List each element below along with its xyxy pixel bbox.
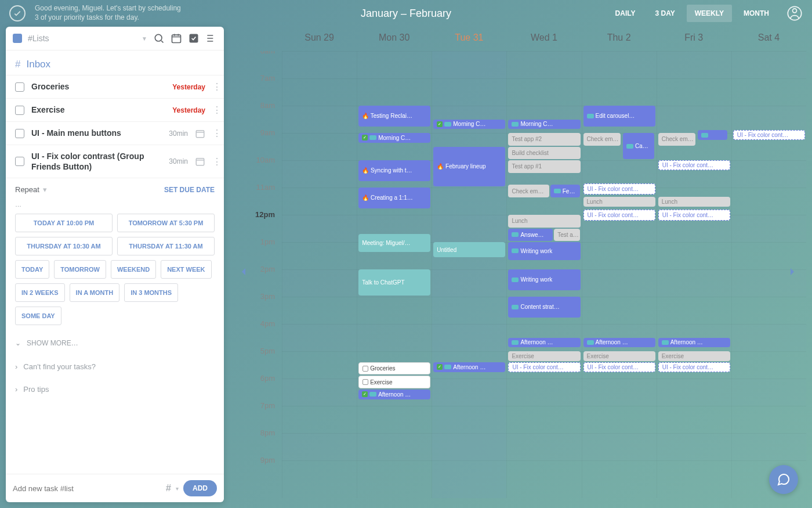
task-item[interactable]: Exercise Yesterday ⋮ bbox=[6, 98, 224, 121]
task-checkbox[interactable] bbox=[15, 82, 24, 92]
calendar-event[interactable]: Check em… bbox=[508, 185, 549, 197]
calendar-event[interactable]: Test app #2 bbox=[508, 133, 580, 146]
calendar-event[interactable]: Test app #1 bbox=[508, 160, 580, 173]
quick-date-chip[interactable]: SOME DAY bbox=[15, 307, 61, 325]
calendar-event[interactable]: UI - Fix color cont… bbox=[658, 160, 730, 170]
search-icon[interactable] bbox=[153, 33, 165, 44]
prev-week-button[interactable] bbox=[237, 265, 251, 279]
calendar-event[interactable]: Afternoon … bbox=[508, 338, 580, 348]
calendar-event[interactable]: Exercise bbox=[358, 376, 430, 388]
quick-date-chip[interactable]: IN A MONTH bbox=[70, 283, 120, 302]
view-daily-button[interactable]: DAILY bbox=[607, 5, 644, 22]
calendar-event[interactable]: Exercise bbox=[508, 351, 580, 361]
calendar-event[interactable]: Morning C… bbox=[508, 120, 580, 129]
task-item[interactable]: Groceries Yesterday ⋮ bbox=[6, 75, 224, 98]
calendar-event[interactable]: Edit carousel… bbox=[583, 106, 655, 127]
calendar-event[interactable]: Ca… bbox=[623, 133, 654, 159]
calendar-event[interactable]: Content strat… bbox=[508, 297, 580, 318]
task-checkbox[interactable] bbox=[15, 129, 24, 138]
chevron-down-icon[interactable]: ▾ bbox=[43, 185, 47, 194]
task-checkbox[interactable] bbox=[15, 106, 24, 115]
show-more-button[interactable]: ⌄ SHOW MORE… bbox=[6, 331, 224, 355]
kebab-menu-icon[interactable]: ⋮ bbox=[212, 128, 215, 139]
day-column[interactable]: Edit carousel…Check em…Ca…UI - Fix color… bbox=[582, 51, 657, 498]
calendar-event[interactable]: Groceries bbox=[358, 362, 430, 375]
calendar-event[interactable]: Lunch bbox=[508, 215, 580, 228]
calendar-event[interactable]: Writing work bbox=[508, 269, 580, 290]
calendar-event[interactable]: 🔥 Testing Reclai… bbox=[358, 106, 430, 127]
view-3day-button[interactable]: 3 DAY bbox=[647, 5, 683, 22]
calendar-event[interactable]: Writing work bbox=[508, 242, 580, 260]
calendar-event[interactable]: UI - Fix color cont… bbox=[733, 130, 805, 140]
calendar-event[interactable]: Afternoon … bbox=[583, 338, 655, 348]
task-checkbox[interactable] bbox=[15, 157, 24, 166]
calendar-event[interactable]: Meeting: Miguel/… bbox=[358, 234, 430, 252]
help-item[interactable]: ›Pro tips bbox=[6, 378, 224, 401]
calendar-event[interactable]: Test a… bbox=[554, 229, 580, 242]
quick-date-chip[interactable]: IN 3 MONTHS bbox=[124, 283, 178, 302]
task-item[interactable]: UI - Main menu buttons 30min ⋮ bbox=[6, 121, 224, 145]
add-button[interactable]: ADD bbox=[183, 480, 217, 496]
add-task-input[interactable] bbox=[13, 484, 161, 493]
help-item[interactable]: ›Can't find your tasks? bbox=[6, 355, 224, 378]
day-column[interactable]: Check em…UI - Fix color cont…LunchUI - F… bbox=[657, 51, 731, 498]
calendar-event[interactable]: 🔥 February lineup bbox=[433, 147, 505, 187]
calendar-event[interactable] bbox=[698, 130, 727, 140]
calendar-event[interactable]: Lunch bbox=[658, 197, 730, 207]
kebab-menu-icon[interactable]: ⋮ bbox=[212, 105, 215, 116]
calendar-event[interactable]: Lunch bbox=[583, 197, 655, 207]
quick-date-chip[interactable]: NEXT WEEK bbox=[161, 260, 211, 279]
repeat-label[interactable]: Repeat bbox=[15, 185, 39, 194]
kebab-menu-icon[interactable]: ⋮ bbox=[212, 81, 215, 92]
calendar-event[interactable]: Answe… bbox=[508, 229, 553, 242]
set-due-date-button[interactable]: SET DUE DATE bbox=[164, 186, 215, 194]
quick-date-chip[interactable]: TODAY bbox=[15, 260, 49, 279]
calendar-event[interactable]: UI - Fix color cont… bbox=[583, 183, 655, 194]
calendar-event[interactable]: UI - Fix color cont… bbox=[508, 362, 580, 372]
calendar-event[interactable]: Exercise bbox=[583, 351, 655, 361]
quick-date-chip[interactable]: TOMORROW AT 5:30 PM bbox=[117, 214, 215, 232]
quick-date-chip[interactable]: TODAY AT 10:00 PM bbox=[15, 214, 113, 232]
quick-date-chip[interactable]: IN 2 WEEKS bbox=[15, 283, 65, 302]
quick-date-chip[interactable]: WEEKEND bbox=[111, 260, 156, 279]
day-column[interactable]: Morning C…Test app #2Build checklistTest… bbox=[506, 51, 581, 498]
kebab-menu-icon[interactable]: ⋮ bbox=[212, 156, 215, 167]
calendar-icon[interactable] bbox=[171, 33, 182, 44]
chevron-down-icon[interactable]: ▾ bbox=[176, 485, 179, 492]
calendar-event[interactable]: Afternoon … bbox=[658, 338, 730, 348]
calendar-event[interactable]: Untitled bbox=[433, 242, 505, 257]
list-name[interactable]: #Lists bbox=[28, 34, 136, 43]
calendar-event[interactable]: ✓Afternoon … bbox=[433, 362, 505, 372]
app-logo[interactable] bbox=[9, 5, 26, 21]
filter-icon[interactable] bbox=[205, 33, 217, 44]
calendar-event[interactable]: ✓Morning C… bbox=[358, 133, 430, 143]
calendar-event[interactable]: Build checklist bbox=[508, 147, 580, 160]
quick-date-chip[interactable]: THURSDAY AT 10:30 AM bbox=[15, 237, 113, 255]
view-weekly-button[interactable]: WEEKLY bbox=[687, 5, 732, 22]
calendar-event[interactable]: Exercise bbox=[658, 351, 730, 361]
calendar-event[interactable]: 🔥 Syncing with t… bbox=[358, 160, 430, 181]
calendar-event[interactable]: Fe… bbox=[550, 185, 580, 197]
calendar-event[interactable]: UI - Fix color cont… bbox=[583, 210, 655, 221]
hash-icon[interactable]: # bbox=[166, 483, 171, 493]
view-month-button[interactable]: MONTH bbox=[735, 5, 777, 22]
calendar-event[interactable]: Check em… bbox=[583, 133, 621, 146]
day-column[interactable] bbox=[282, 51, 357, 498]
calendar-icon[interactable] bbox=[195, 156, 205, 167]
calendar-event[interactable]: Talk to ChatGPT bbox=[358, 269, 430, 296]
calendar-event[interactable]: ✓Afternoon … bbox=[358, 390, 430, 399]
calendar-event[interactable]: UI - Fix color cont… bbox=[583, 362, 655, 372]
day-column[interactable]: 🔥 Testing Reclai…✓Morning C…🔥 Syncing wi… bbox=[357, 51, 432, 498]
check-icon[interactable] bbox=[188, 33, 200, 44]
profile-icon[interactable] bbox=[786, 5, 803, 21]
calendar-event[interactable]: 🔥 Creating a 1:1… bbox=[358, 188, 430, 208]
quick-date-chip[interactable]: THURSDAY AT 11:30 AM bbox=[117, 237, 215, 255]
next-week-button[interactable] bbox=[785, 265, 799, 279]
day-column[interactable]: ✓Morning C…🔥 February lineupUntitled✓Aft… bbox=[432, 51, 506, 498]
calendar-event[interactable]: Check em… bbox=[658, 133, 695, 146]
calendar-event[interactable]: ✓Morning C… bbox=[433, 120, 505, 129]
calendar-icon[interactable] bbox=[195, 128, 205, 139]
calendar-event[interactable]: UI - Fix color cont… bbox=[658, 210, 730, 221]
task-item[interactable]: UI - Fix color contrast (Group Friends B… bbox=[6, 145, 224, 178]
quick-date-chip[interactable]: TOMORROW bbox=[54, 260, 106, 279]
